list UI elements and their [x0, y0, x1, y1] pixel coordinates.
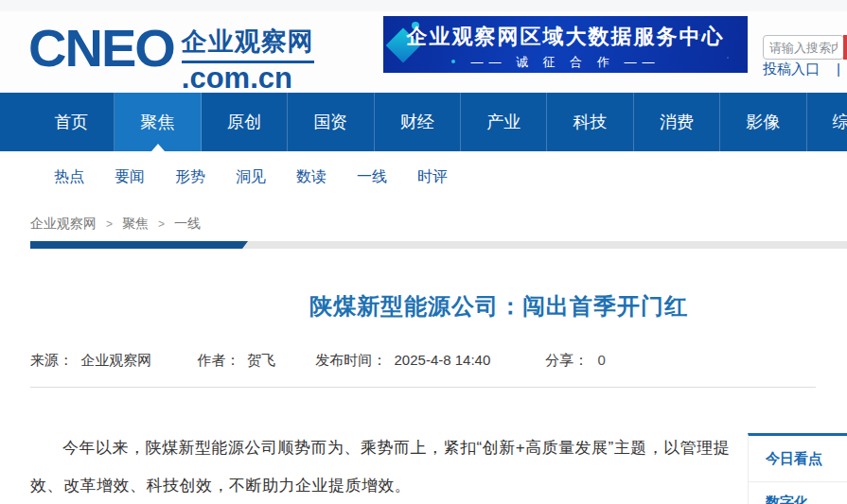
meta-share-label: 分享：	[545, 352, 588, 368]
site-logo[interactable]: CNEO 企业观察网 .com.cn	[28, 17, 314, 94]
subnav-item-data[interactable]: 数读	[296, 167, 326, 187]
logo-domain: .com.cn	[182, 61, 292, 95]
ad-banner-subtitle: —— 诚 征 合 作 ——	[383, 54, 748, 71]
breadcrumb-focus[interactable]: 聚焦	[122, 216, 149, 233]
subnav-item-news[interactable]: 要闻	[115, 167, 145, 187]
nav-item-industry[interactable]: 产业	[461, 93, 547, 151]
subnav-item-hot[interactable]: 热点	[54, 167, 84, 187]
nav-item-tech[interactable]: 科技	[547, 93, 633, 151]
article-head: 陕煤新型能源公司：闯出首季开门红	[30, 291, 847, 322]
section-divider-bar	[30, 241, 847, 249]
nav-item-consume[interactable]: 消费	[634, 93, 720, 151]
meta-time-label: 发布时间：	[315, 352, 386, 368]
nav-item-image[interactable]: 影像	[720, 93, 806, 151]
subnav-item-insight[interactable]: 洞见	[236, 167, 266, 187]
search-input[interactable]	[763, 35, 844, 60]
nav-item-focus-active[interactable]: 聚焦	[115, 93, 201, 151]
breadcrumb-site[interactable]: 企业观察网	[30, 216, 97, 233]
logo-cneo-text: CNEO	[28, 17, 174, 79]
meta-author: 作者： 贺飞	[197, 352, 275, 370]
submit-row: 投稿入口 |	[763, 61, 840, 78]
article-meta: 来源： 企业观察网 作者： 贺飞 发布时间： 2025-4-8 14:40 分享…	[30, 352, 847, 370]
meta-share[interactable]: 分享： 0	[545, 352, 606, 370]
meta-time-value: 2025-4-8 14:40	[395, 352, 491, 368]
logo-right-block: 企业观察网 .com.cn	[182, 25, 314, 94]
nav-item-comprehensive[interactable]: 综合	[807, 93, 847, 151]
article-paragraph: 今年以来，陕煤新型能源公司顺势而为、乘势而上，紧扣“创新+高质量发展”主题，以管…	[30, 429, 731, 504]
breadcrumb-separator: >	[158, 217, 165, 231]
breadcrumb-frontline[interactable]: 一线	[174, 216, 201, 233]
subnav-item-situation[interactable]: 形势	[175, 167, 205, 187]
nav-item-stateassets[interactable]: 国资	[288, 93, 374, 151]
ad-banner[interactable]: 企业观察网区域大数据服务中心 —— 诚 征 合 作 ——	[383, 16, 748, 73]
meta-divider	[30, 387, 816, 388]
article: 陕煤新型能源公司：闯出首季开门红 来源： 企业观察网 作者： 贺飞 发布时间： …	[30, 291, 847, 504]
ad-banner-title: 企业观察网区域大数据服务中心	[383, 23, 748, 51]
breadcrumb: 企业观察网 > 聚焦 > 一线	[30, 216, 847, 233]
nav-item-home[interactable]: 首页	[28, 93, 115, 151]
meta-source: 来源： 企业观察网	[30, 352, 151, 370]
sidebar-item-digitalization[interactable]: 数字化	[766, 494, 847, 504]
meta-author-label: 作者：	[197, 352, 239, 368]
article-title: 陕煤新型能源公司：闯出首季开门红	[30, 291, 847, 322]
submission-entry-link[interactable]: 投稿入口	[763, 61, 820, 78]
subnav-item-comment[interactable]: 时评	[417, 167, 448, 187]
sidebar-divider	[749, 481, 847, 482]
section-divider-bar-accent	[30, 241, 248, 249]
sidebar-panel: 今日看点 数字化	[748, 433, 847, 504]
sidebar-item-today-highlights[interactable]: 今日看点	[766, 450, 847, 468]
main-nav: 首页 聚焦 原创 国资 财经 产业 科技 消费 影像 综合	[0, 93, 847, 151]
submit-separator: |	[837, 61, 840, 78]
nav-item-original[interactable]: 原创	[202, 93, 288, 151]
sub-nav: 热点 要闻 形势 洞见 数读 一线 时评	[0, 151, 847, 202]
meta-source-label: 来源：	[30, 352, 73, 368]
meta-publish-time: 发布时间： 2025-4-8 14:40	[315, 352, 490, 370]
breadcrumb-section: 企业观察网 > 聚焦 > 一线	[0, 202, 847, 249]
site-header: CNEO 企业观察网 .com.cn 企业观察网区域大数据服务中心 —— 诚 征…	[0, 0, 847, 93]
search-button[interactable]	[843, 35, 847, 60]
meta-source-value: 企业观察网	[80, 352, 151, 368]
meta-author-value: 贺飞	[247, 352, 275, 368]
subnav-item-frontline[interactable]: 一线	[357, 167, 387, 187]
nav-item-finance[interactable]: 财经	[375, 93, 461, 151]
breadcrumb-separator: >	[106, 217, 113, 231]
share-count: 0	[597, 352, 605, 368]
logo-sitename: 企业观察网	[182, 25, 314, 63]
